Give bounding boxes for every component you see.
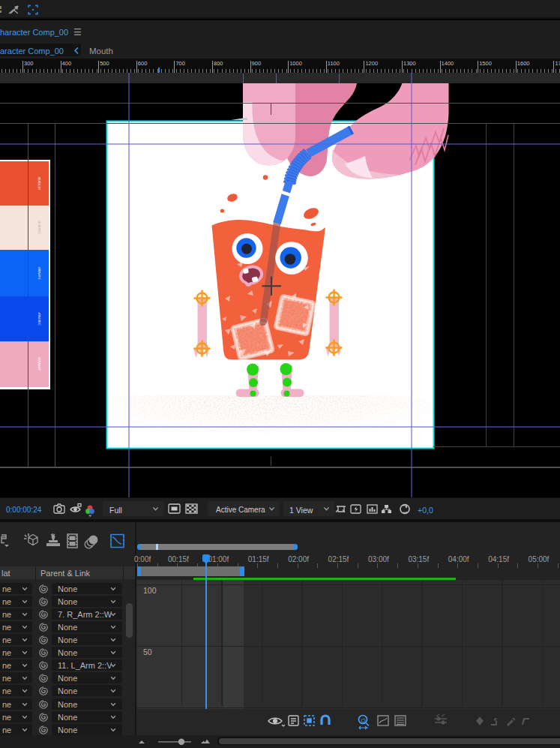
svg-text:#EFAABF: #EFAABF xyxy=(37,357,41,371)
svg-text:#0B64F4: #0B64F4 xyxy=(37,267,41,281)
svg-text:#F4E5DC: #F4E5DC xyxy=(37,221,41,234)
svg-text:Q: Q xyxy=(361,717,366,724)
svg-text:#EA5130: #EA5130 xyxy=(37,176,41,190)
svg-text:#0849EC: #0849EC xyxy=(37,312,41,325)
